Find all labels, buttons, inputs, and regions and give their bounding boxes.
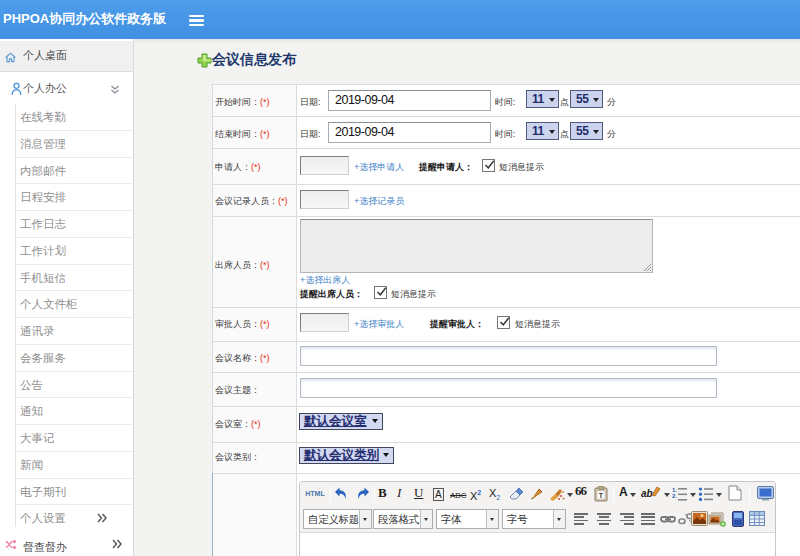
svg-text:2.: 2.	[672, 493, 677, 499]
svg-text:T: T	[599, 492, 604, 499]
